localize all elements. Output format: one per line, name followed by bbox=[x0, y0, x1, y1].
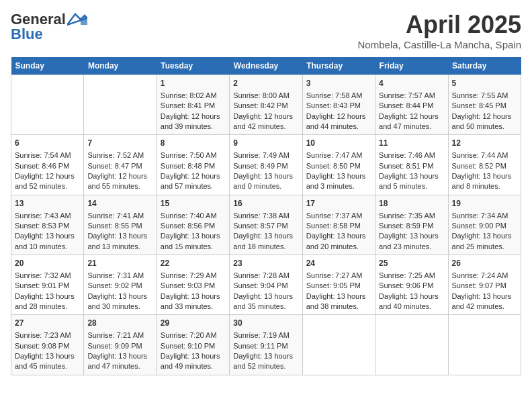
sunrise: Sunrise: 7:57 AM bbox=[379, 91, 435, 99]
header-thursday: Thursday bbox=[302, 57, 375, 75]
sunrise: Sunrise: 7:40 AM bbox=[161, 212, 217, 220]
daylight: Daylight: 13 hours and 47 minutes. bbox=[87, 352, 147, 370]
logo-blue: Blue bbox=[11, 26, 43, 43]
day-number: 5 bbox=[452, 78, 517, 89]
sunrise: Sunrise: 8:00 AM bbox=[233, 91, 290, 99]
day-number: 10 bbox=[306, 138, 371, 149]
sunset: Sunset: 9:01 PM bbox=[15, 281, 69, 289]
sunset: Sunset: 9:05 PM bbox=[306, 281, 361, 289]
calendar-cell: 16Sunrise: 7:38 AMSunset: 8:57 PMDayligh… bbox=[230, 195, 302, 255]
daylight: Daylight: 13 hours and 45 minutes. bbox=[15, 352, 75, 370]
day-number: 15 bbox=[161, 198, 226, 210]
daylight: Daylight: 13 hours and 15 minutes. bbox=[161, 232, 220, 250]
sunset: Sunset: 9:04 PM bbox=[233, 281, 287, 289]
sunset: Sunset: 8:51 PM bbox=[379, 162, 433, 170]
sunset: Sunset: 8:57 PM bbox=[233, 222, 287, 230]
sunrise: Sunrise: 7:21 AM bbox=[87, 331, 144, 339]
sunrise: Sunrise: 7:32 AM bbox=[15, 271, 71, 279]
day-number: 9 bbox=[233, 138, 298, 149]
sunset: Sunset: 9:06 PM bbox=[379, 281, 433, 289]
sunset: Sunset: 8:49 PM bbox=[233, 162, 287, 170]
sunrise: Sunrise: 7:47 AM bbox=[306, 151, 363, 159]
calendar-cell: 5Sunrise: 7:55 AMSunset: 8:45 PMDaylight… bbox=[448, 75, 521, 135]
sunrise: Sunrise: 7:27 AM bbox=[306, 271, 363, 279]
day-number: 24 bbox=[306, 258, 371, 269]
daylight: Daylight: 12 hours and 57 minutes. bbox=[161, 172, 220, 190]
calendar-cell bbox=[11, 75, 84, 135]
sunrise: Sunrise: 7:28 AM bbox=[233, 271, 290, 279]
calendar-cell: 8Sunrise: 7:50 AMSunset: 8:48 PMDaylight… bbox=[157, 135, 229, 195]
daylight: Daylight: 13 hours and 18 minutes. bbox=[233, 232, 293, 250]
header-wednesday: Wednesday bbox=[230, 57, 302, 75]
calendar-cell: 4Sunrise: 7:57 AMSunset: 8:44 PMDaylight… bbox=[375, 75, 448, 135]
page-header: General Blue April 2025 Nombela, Castill… bbox=[11, 11, 521, 50]
daylight: Daylight: 13 hours and 0 minutes. bbox=[233, 172, 293, 190]
calendar-cell: 6Sunrise: 7:54 AMSunset: 8:46 PMDaylight… bbox=[11, 135, 84, 195]
daylight: Daylight: 13 hours and 13 minutes. bbox=[87, 232, 147, 250]
calendar-cell bbox=[302, 315, 375, 375]
title-block: April 2025 Nombela, Castille-La Mancha, … bbox=[358, 11, 521, 50]
sunrise: Sunrise: 7:50 AM bbox=[161, 151, 217, 159]
header-sunday: Sunday bbox=[11, 57, 84, 75]
calendar-week-row: 27Sunrise: 7:23 AMSunset: 9:08 PMDayligh… bbox=[11, 315, 521, 375]
daylight: Daylight: 13 hours and 35 minutes. bbox=[233, 292, 293, 310]
day-number: 29 bbox=[161, 318, 226, 329]
header-monday: Monday bbox=[84, 57, 157, 75]
day-number: 23 bbox=[233, 258, 298, 269]
sunset: Sunset: 8:42 PM bbox=[233, 101, 287, 109]
daylight: Daylight: 13 hours and 33 minutes. bbox=[161, 292, 220, 310]
header-friday: Friday bbox=[375, 57, 448, 75]
day-number: 4 bbox=[379, 78, 444, 89]
daylight: Daylight: 13 hours and 49 minutes. bbox=[161, 352, 220, 370]
calendar-cell: 11Sunrise: 7:46 AMSunset: 8:51 PMDayligh… bbox=[375, 135, 448, 195]
calendar-header-row: Sunday Monday Tuesday Wednesday Thursday… bbox=[11, 57, 521, 75]
calendar-cell: 19Sunrise: 7:34 AMSunset: 9:00 PMDayligh… bbox=[448, 195, 521, 255]
daylight: Daylight: 13 hours and 5 minutes. bbox=[379, 172, 439, 190]
day-number: 13 bbox=[15, 198, 80, 210]
day-number: 8 bbox=[161, 138, 226, 149]
daylight: Daylight: 13 hours and 42 minutes. bbox=[452, 292, 512, 310]
day-number: 2 bbox=[233, 78, 298, 89]
header-saturday: Saturday bbox=[448, 57, 521, 75]
daylight: Daylight: 12 hours and 50 minutes. bbox=[452, 112, 512, 130]
sunset: Sunset: 8:58 PM bbox=[306, 222, 361, 230]
calendar-subtitle: Nombela, Castille-La Mancha, Spain bbox=[358, 39, 521, 50]
day-number: 12 bbox=[452, 138, 517, 149]
day-number: 19 bbox=[452, 198, 517, 210]
sunrise: Sunrise: 7:34 AM bbox=[452, 212, 508, 220]
calendar-cell: 29Sunrise: 7:20 AMSunset: 9:10 PMDayligh… bbox=[157, 315, 229, 375]
calendar-week-row: 6Sunrise: 7:54 AMSunset: 8:46 PMDaylight… bbox=[11, 135, 521, 195]
calendar-cell: 14Sunrise: 7:41 AMSunset: 8:55 PMDayligh… bbox=[84, 195, 157, 255]
calendar-table: Sunday Monday Tuesday Wednesday Thursday… bbox=[11, 57, 521, 375]
day-number: 27 bbox=[15, 318, 80, 329]
calendar-week-row: 13Sunrise: 7:43 AMSunset: 8:53 PMDayligh… bbox=[11, 195, 521, 255]
calendar-cell: 7Sunrise: 7:52 AMSunset: 8:47 PMDaylight… bbox=[84, 135, 157, 195]
sunrise: Sunrise: 7:52 AM bbox=[87, 151, 144, 159]
calendar-cell: 20Sunrise: 7:32 AMSunset: 9:01 PMDayligh… bbox=[11, 255, 84, 315]
day-number: 26 bbox=[452, 258, 517, 269]
calendar-cell: 21Sunrise: 7:31 AMSunset: 9:02 PMDayligh… bbox=[84, 255, 157, 315]
day-number: 28 bbox=[87, 318, 152, 329]
day-number: 30 bbox=[233, 318, 298, 329]
sunrise: Sunrise: 7:35 AM bbox=[379, 212, 435, 220]
daylight: Daylight: 12 hours and 44 minutes. bbox=[306, 112, 366, 130]
day-number: 21 bbox=[87, 258, 152, 269]
sunset: Sunset: 8:44 PM bbox=[379, 101, 433, 109]
calendar-cell bbox=[448, 315, 521, 375]
calendar-cell: 28Sunrise: 7:21 AMSunset: 9:09 PMDayligh… bbox=[84, 315, 157, 375]
sunset: Sunset: 9:08 PM bbox=[15, 342, 69, 350]
calendar-cell: 24Sunrise: 7:27 AMSunset: 9:05 PMDayligh… bbox=[302, 255, 375, 315]
sunrise: Sunrise: 7:38 AM bbox=[233, 212, 290, 220]
sunset: Sunset: 8:48 PM bbox=[161, 162, 215, 170]
sunset: Sunset: 9:07 PM bbox=[452, 281, 506, 289]
daylight: Daylight: 13 hours and 52 minutes. bbox=[233, 352, 293, 370]
day-number: 16 bbox=[233, 198, 298, 210]
calendar-cell: 30Sunrise: 7:19 AMSunset: 9:11 PMDayligh… bbox=[230, 315, 302, 375]
sunset: Sunset: 8:50 PM bbox=[306, 162, 361, 170]
sunset: Sunset: 8:56 PM bbox=[161, 222, 215, 230]
daylight: Daylight: 13 hours and 20 minutes. bbox=[306, 232, 366, 250]
calendar-cell: 13Sunrise: 7:43 AMSunset: 8:53 PMDayligh… bbox=[11, 195, 84, 255]
day-number: 14 bbox=[87, 198, 152, 210]
sunrise: Sunrise: 7:49 AM bbox=[233, 151, 290, 159]
sunrise: Sunrise: 7:23 AM bbox=[15, 331, 71, 339]
